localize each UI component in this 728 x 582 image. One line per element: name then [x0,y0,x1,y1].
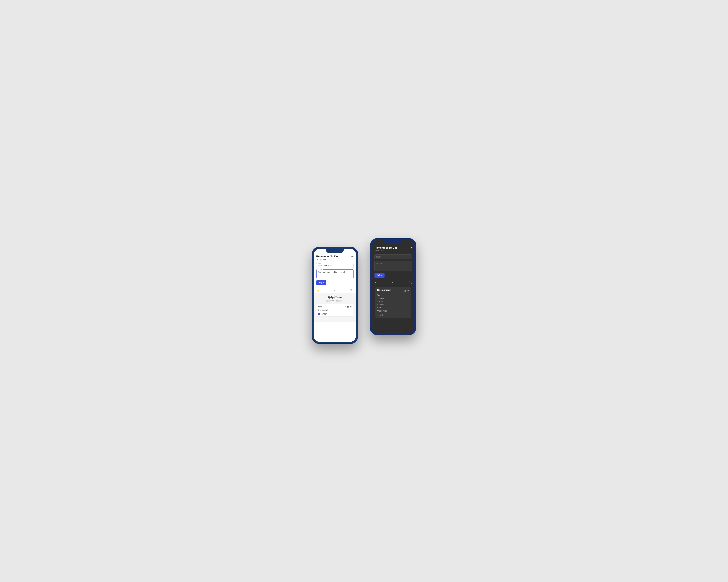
title-label-light: 標題 * [317,262,322,265]
chevron-up-dark[interactable]: ∧ [392,281,393,284]
done-row: 完成的? [318,313,352,315]
add-button-light[interactable]: 加做 + [316,280,326,285]
notch-dark [384,240,402,244]
todo-field-group-dark [374,261,412,272]
todo-card-header: 畢業 ↗ 💾 🗑 [318,305,352,308]
delete-icon-dark[interactable]: 🗑 [407,290,409,292]
form-light: 標題 * To Do * Coming soon, after lunch. 加… [314,262,356,287]
app-title-row-dark: Remember To Do! ⇥ [374,246,412,249]
sun-icon-dark[interactable]: ☀ [374,281,376,284]
save-icon[interactable]: 💾 [347,306,349,308]
delete-icon[interactable]: 🗑 [350,306,352,308]
completed-title: 完成的 Todos [316,296,354,299]
grocery-card-actions: ↗ 💾 🗑 [402,290,409,292]
card-actions: ↗ 💾 🗑 [345,306,352,308]
save-icon-dark[interactable]: 💾 [404,290,407,292]
todo-field-group-light: To Do * Coming soon, after lunch. [316,270,354,279]
grocery-done-row: 完畢? [377,314,409,316]
translate-icon-light[interactable]: 文A [350,289,354,292]
bottom-bar-light: 🌙 ∧ 文A [314,287,356,293]
grocery-checkbox[interactable] [377,314,379,316]
grocery-body: Buy*Broccoli*Carrots*Chicken*Rice*Apple … [377,294,409,313]
todo-input-dark[interactable] [374,261,412,271]
grocery-card-header: Go to grocery ↗ 💾 🗑 [377,289,409,293]
app-header-dark: Remember To Do! ⇥ 下午好, John. [372,244,414,253]
title-field-group-dark [374,254,412,259]
title-input-dark[interactable] [374,254,412,259]
todo-label-light: To Do * [317,269,323,270]
grocery-done-label: 完畢? [380,314,384,316]
done-checkbox[interactable] [318,313,320,315]
title-field-group-light: 標題 * [316,263,354,268]
grocery-card: Go to grocery ↗ 💾 🗑 Buy*Broccoli*Carrots… [375,287,411,318]
logout-icon-light[interactable]: ⇥ [351,255,354,258]
scene: Remember To Do! ⇥ 下午好, John. 標題 * To Do … [312,238,416,344]
form-dark: 加做 + [372,253,414,280]
grocery-title: Go to grocery [377,289,391,291]
chevron-up-light[interactable]: ∧ [334,289,336,291]
grocery-section: Go to grocery ↗ 💾 🗑 Buy*Broccoli*Carrots… [372,285,414,321]
expand-icon-dark[interactable]: ↗ [402,290,404,292]
notch-light [326,249,344,253]
completed-subtitle: 完成的Todos住在這裡！ [316,300,354,302]
greeting-dark: 下午好, John. [374,250,412,252]
phone-dark: Remember To Do! ⇥ 下午好, John. 加做 + [370,238,416,335]
add-button-dark[interactable]: 加做 + [374,273,385,278]
moon-icon-light[interactable]: 🌙 [316,288,319,292]
todo-card-title: 畢業 [318,305,322,308]
light-screen: Remember To Do! ⇥ 下午好, John. 標題 * To Do … [314,249,356,342]
todo-input-light[interactable]: Coming soon, after lunch. [316,270,354,278]
done-label: 完成的? [321,313,327,315]
phone-light: Remember To Do! ⇥ 下午好, John. 標題 * To Do … [312,247,358,344]
expand-icon[interactable]: ↗ [345,306,346,308]
app-title-dark: Remember To Do! [374,246,397,249]
app-title-row-light: Remember To Do! ⇥ [316,255,354,258]
todo-card-body: 幫助朋友拍照· [318,309,352,312]
todo-card-light: 畢業 ↗ 💾 🗑 幫助朋友拍照· 完成的? [316,304,354,316]
logout-icon-dark[interactable]: ⇥ [410,246,412,249]
bottom-bar-dark: ☀ ∧ 文A [372,280,414,285]
greeting-light: 下午好, John. [316,258,354,261]
app-header-light: Remember To Do! ⇥ 下午好, John. [314,253,356,262]
completed-section: 完成的 Todos 完成的Todos住在這裡！ 畢業 ↗ 💾 🗑 幫助朋友拍照· [314,293,356,322]
app-title-light: Remember To Do! [316,255,339,258]
phone-dark-inner: Remember To Do! ⇥ 下午好, John. 加做 + [372,240,414,333]
translate-icon-dark[interactable]: 文A [409,281,412,284]
phone-light-inner: Remember To Do! ⇥ 下午好, John. 標題 * To Do … [314,249,356,342]
dark-screen: Remember To Do! ⇥ 下午好, John. 加做 + [372,240,414,333]
